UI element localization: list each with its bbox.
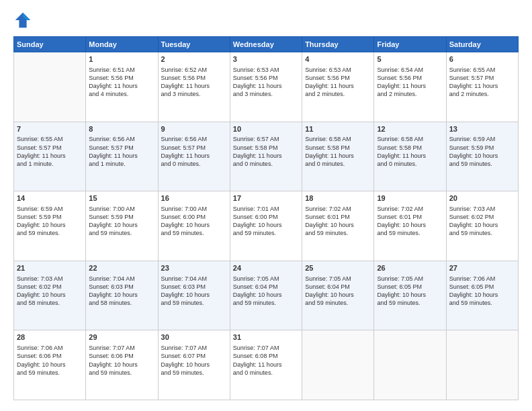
day-number: 12 <box>377 124 443 134</box>
cell-info-line: Daylight: 11 hours <box>161 82 227 90</box>
weekday-header-row: SundayMondayTuesdayWednesdayThursdayFrid… <box>14 37 519 52</box>
cell-info-line: Sunset: 6:08 PM <box>233 352 299 360</box>
cell-info-line: Sunset: 5:58 PM <box>377 144 443 152</box>
cell-info-line: Sunset: 6:06 PM <box>17 352 83 360</box>
day-number: 14 <box>17 193 83 203</box>
cell-info-line: Sunset: 6:04 PM <box>305 283 371 291</box>
cell-info-line: Daylight: 10 hours <box>377 221 443 229</box>
cell-info-line: and 0 minutes. <box>305 160 371 168</box>
cell-info-line: and 59 minutes. <box>161 369 227 377</box>
cell-info-line: Sunrise: 7:00 AM <box>161 205 227 213</box>
cell-info-line: and 59 minutes. <box>233 299 299 307</box>
cell-info-line: and 58 minutes. <box>17 299 83 307</box>
cell-info-line: Sunset: 5:56 PM <box>377 74 443 82</box>
cell-info-line: Daylight: 11 hours <box>233 82 299 90</box>
cell-info-line: Sunrise: 7:04 AM <box>89 275 154 283</box>
cell-info-line: and 59 minutes. <box>449 160 515 168</box>
cell-info-line: and 58 minutes. <box>89 299 154 307</box>
calendar-cell: 6Sunrise: 6:55 AMSunset: 5:57 PMDaylight… <box>446 52 518 122</box>
day-number: 2 <box>161 54 227 64</box>
day-number: 20 <box>449 193 515 203</box>
cell-info-line: Sunset: 5:57 PM <box>161 144 227 152</box>
day-number: 15 <box>89 193 154 203</box>
day-number: 13 <box>449 124 515 134</box>
day-number: 30 <box>161 332 227 342</box>
calendar-week-4: 28Sunrise: 7:06 AMSunset: 6:06 PMDayligh… <box>14 330 519 400</box>
calendar-cell: 4Sunrise: 6:53 AMSunset: 5:56 PMDaylight… <box>302 52 374 122</box>
calendar-cell: 8Sunrise: 6:56 AMSunset: 5:57 PMDaylight… <box>86 122 158 191</box>
cell-info-line: Sunrise: 7:05 AM <box>377 275 443 283</box>
calendar-cell: 3Sunrise: 6:53 AMSunset: 5:56 PMDaylight… <box>230 52 302 122</box>
day-number: 22 <box>89 263 154 273</box>
cell-info-line: Daylight: 10 hours <box>89 361 154 369</box>
cell-info-line: Sunset: 5:58 PM <box>233 144 299 152</box>
calendar-cell: 16Sunrise: 7:00 AMSunset: 6:00 PMDayligh… <box>158 191 230 261</box>
calendar-week-0: 1Sunrise: 6:51 AMSunset: 5:56 PMDaylight… <box>14 52 519 122</box>
cell-info-line: and 59 minutes. <box>17 229 83 237</box>
cell-info-line: Sunrise: 7:07 AM <box>89 344 154 352</box>
cell-info-line: Sunset: 6:02 PM <box>17 283 83 291</box>
cell-info-line: Sunset: 6:01 PM <box>377 213 443 221</box>
calendar-cell: 30Sunrise: 7:07 AMSunset: 6:07 PMDayligh… <box>158 330 230 400</box>
calendar-cell: 17Sunrise: 7:01 AMSunset: 6:00 PMDayligh… <box>230 191 302 261</box>
cell-info-line: Sunset: 5:59 PM <box>89 213 154 221</box>
cell-info-line: Sunset: 6:07 PM <box>161 352 227 360</box>
cell-info-line: Daylight: 10 hours <box>233 291 299 299</box>
cell-info-line: Sunset: 5:57 PM <box>449 74 515 82</box>
cell-info-line: Sunset: 5:59 PM <box>449 144 515 152</box>
cell-info-line: Daylight: 10 hours <box>89 221 154 229</box>
cell-info-line: Daylight: 10 hours <box>17 221 83 229</box>
cell-info-line: Sunrise: 7:07 AM <box>233 344 299 352</box>
cell-info-line: Daylight: 11 hours <box>233 361 299 369</box>
cell-info-line: Sunset: 5:56 PM <box>89 74 154 82</box>
cell-info-line: Daylight: 10 hours <box>161 361 227 369</box>
calendar-week-2: 14Sunrise: 6:59 AMSunset: 5:59 PMDayligh… <box>14 191 519 261</box>
day-number: 25 <box>305 263 371 273</box>
cell-info-line: Sunset: 5:56 PM <box>233 74 299 82</box>
day-number: 8 <box>89 124 154 134</box>
day-number: 10 <box>233 124 299 134</box>
day-number: 21 <box>17 263 83 273</box>
day-number: 24 <box>233 263 299 273</box>
calendar-cell: 29Sunrise: 7:07 AMSunset: 6:06 PMDayligh… <box>86 330 158 400</box>
cell-info-line: and 3 minutes. <box>161 90 227 98</box>
day-number: 1 <box>89 54 154 64</box>
calendar-cell: 22Sunrise: 7:04 AMSunset: 6:03 PMDayligh… <box>86 261 158 330</box>
calendar-cell: 12Sunrise: 6:58 AMSunset: 5:58 PMDayligh… <box>374 122 446 191</box>
cell-info-line: Daylight: 10 hours <box>17 291 83 299</box>
cell-info-line: Sunrise: 6:52 AM <box>161 66 227 74</box>
day-number: 6 <box>449 54 515 64</box>
day-number: 18 <box>305 193 371 203</box>
calendar-cell: 20Sunrise: 7:03 AMSunset: 6:02 PMDayligh… <box>446 191 518 261</box>
cell-info-line: Sunrise: 6:53 AM <box>233 66 299 74</box>
calendar-cell: 11Sunrise: 6:58 AMSunset: 5:58 PMDayligh… <box>302 122 374 191</box>
cell-info-line: and 59 minutes. <box>449 229 515 237</box>
cell-info-line: Daylight: 11 hours <box>233 152 299 160</box>
cell-info-line: Daylight: 10 hours <box>89 291 154 299</box>
cell-info-line: and 3 minutes. <box>233 90 299 98</box>
page: SundayMondayTuesdayWednesdayThursdayFrid… <box>0 0 532 411</box>
calendar-cell: 19Sunrise: 7:02 AMSunset: 6:01 PMDayligh… <box>374 191 446 261</box>
cell-info-line: Daylight: 11 hours <box>377 82 443 90</box>
cell-info-line: Sunrise: 7:07 AM <box>161 344 227 352</box>
cell-info-line: and 59 minutes. <box>377 299 443 307</box>
cell-info-line: and 1 minute. <box>89 160 154 168</box>
day-number: 28 <box>17 332 83 342</box>
cell-info-line: Daylight: 10 hours <box>377 291 443 299</box>
cell-info-line: Sunset: 6:00 PM <box>233 213 299 221</box>
cell-info-line: Daylight: 10 hours <box>233 221 299 229</box>
cell-info-line: Sunset: 5:56 PM <box>305 74 371 82</box>
cell-info-line: Sunrise: 6:56 AM <box>161 135 227 143</box>
day-number: 31 <box>233 332 299 342</box>
calendar-cell: 7Sunrise: 6:55 AMSunset: 5:57 PMDaylight… <box>14 122 86 191</box>
calendar-cell: 15Sunrise: 7:00 AMSunset: 5:59 PMDayligh… <box>86 191 158 261</box>
cell-info-line: Daylight: 11 hours <box>449 82 515 90</box>
day-number: 9 <box>161 124 227 134</box>
cell-info-line: Sunset: 6:00 PM <box>161 213 227 221</box>
cell-info-line: Sunset: 5:56 PM <box>161 74 227 82</box>
cell-info-line: Sunset: 6:02 PM <box>449 213 515 221</box>
calendar-cell: 28Sunrise: 7:06 AMSunset: 6:06 PMDayligh… <box>14 330 86 400</box>
day-number: 27 <box>449 263 515 273</box>
day-number: 19 <box>377 193 443 203</box>
cell-info-line: Daylight: 11 hours <box>161 152 227 160</box>
